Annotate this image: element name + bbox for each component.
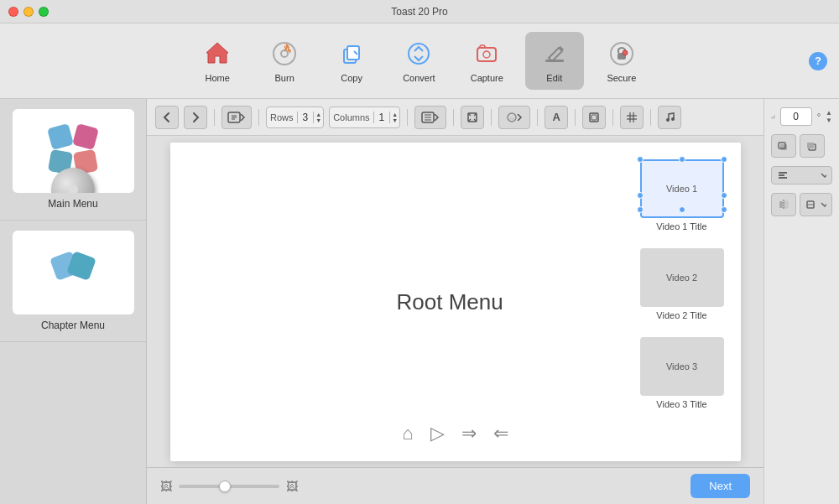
arrange-front-button[interactable] <box>771 134 796 158</box>
separator-5 <box>491 109 492 126</box>
svg-point-7 <box>483 51 490 58</box>
slider-thumb[interactable] <box>219 481 231 492</box>
toolbar-item-capture[interactable]: Capture <box>457 32 517 90</box>
minimize-button[interactable] <box>23 7 34 17</box>
home-label: Home <box>205 73 229 83</box>
forward-button[interactable] <box>184 106 207 129</box>
rows-down-arrow[interactable]: ▼ <box>315 117 321 123</box>
sidebar-item-main-menu[interactable]: Main Menu <box>0 99 146 221</box>
home-icon <box>202 39 232 69</box>
angle-input[interactable] <box>780 107 812 126</box>
main-menu-label: Main Menu <box>48 198 97 210</box>
angle-unit: ° <box>817 112 821 122</box>
edit-label: Edit <box>546 73 562 83</box>
handle-bottom <box>679 206 685 213</box>
video-item-3[interactable]: Video 3 Video 3 Title <box>640 337 724 409</box>
music-button[interactable] <box>658 106 681 129</box>
svg-rect-4 <box>347 46 359 60</box>
sidebar-item-chapter-menu[interactable]: Chapter Menu <box>0 221 146 342</box>
rows-up-arrow[interactable]: ▲ <box>315 112 321 117</box>
help-icon: ? <box>815 55 821 67</box>
align-dropdown[interactable] <box>771 166 832 184</box>
nav-next-icon[interactable]: ⇒ <box>461 423 477 444</box>
chapter-menu-label: Chapter Menu <box>41 320 105 331</box>
rows-arrows[interactable]: ▲ ▼ <box>314 112 323 123</box>
separator-9 <box>650 109 651 126</box>
second-dropdown[interactable] <box>800 193 832 216</box>
video-thumb-3[interactable]: Video 3 <box>640 337 724 396</box>
edit-mode-button[interactable] <box>221 106 252 129</box>
left-sidebar: Main Menu Chapter Menu <box>0 99 147 504</box>
list-view-button[interactable] <box>414 106 446 129</box>
svg-rect-31 <box>779 201 783 208</box>
second-pair <box>771 193 832 216</box>
separator-1 <box>214 109 215 126</box>
svg-point-11 <box>623 50 628 55</box>
resize-button[interactable] <box>461 106 484 129</box>
svg-rect-27 <box>807 143 814 148</box>
toolbar-item-convert[interactable]: Convert <box>389 32 449 90</box>
angle-stepper[interactable]: ▲ ▼ <box>826 109 832 124</box>
svg-rect-28 <box>779 172 787 174</box>
toolbar-item-secure[interactable]: Secure <box>592 32 651 90</box>
nav-up-icon[interactable]: ▷ <box>430 423 445 444</box>
convert-icon <box>404 39 434 69</box>
canvas-nav: ⌂ ▷ ⇒ ⇐ <box>402 423 508 444</box>
toolbar-item-edit[interactable]: Edit <box>525 32 584 90</box>
arrange-back-button[interactable] <box>800 134 825 158</box>
text-button[interactable]: A <box>545 106 568 129</box>
columns-arrows[interactable]: ▲ ▼ <box>390 112 399 123</box>
columns-value: 1 <box>373 112 391 123</box>
toolbar-item-copy[interactable]: Copy <box>322 32 381 90</box>
edit-toolbar: Rows 3 ▲ ▼ Columns 1 ▲ ▼ <box>147 99 763 136</box>
main-menu-thumb <box>13 109 134 193</box>
maximize-button[interactable] <box>39 7 49 17</box>
toolbar-item-home[interactable]: Home <box>188 32 247 90</box>
capture-icon <box>472 39 502 69</box>
angle-up[interactable]: ▲ <box>826 109 832 117</box>
help-button[interactable]: ? <box>809 52 827 70</box>
video-item-1[interactable]: Video 1 Video 1 Title <box>640 159 724 231</box>
separator-2 <box>258 109 259 126</box>
nav-home-icon[interactable]: ⌂ <box>402 423 413 444</box>
video-item-2[interactable]: Video 2 Video 2 Title <box>640 248 724 320</box>
svg-rect-29 <box>779 174 784 176</box>
handle-br <box>721 206 727 213</box>
toolbar-item-burn[interactable]: Burn <box>255 32 314 90</box>
rows-stepper[interactable]: Rows 3 ▲ ▼ <box>266 107 324 128</box>
close-button[interactable] <box>8 7 18 17</box>
next-button[interactable]: Next <box>690 474 750 498</box>
separator-8 <box>612 109 613 126</box>
slider-small-icon: 🖼 <box>160 480 172 493</box>
root-menu-label: Root Menu <box>397 288 503 314</box>
angle-icon <box>771 110 775 123</box>
canvas[interactable]: Root Menu Video 1 <box>170 143 741 461</box>
svg-rect-17 <box>591 115 597 120</box>
safe-area-button[interactable] <box>582 106 606 129</box>
canvas-area: Root Menu Video 1 <box>147 136 763 467</box>
second-dropdown-arrow <box>820 201 826 208</box>
columns-up-arrow[interactable]: ▲ <box>392 112 398 117</box>
grid-button[interactable] <box>620 106 644 129</box>
align-icon <box>777 169 789 181</box>
video-thumb-2[interactable]: Video 2 <box>640 248 724 307</box>
capture-label: Capture <box>471 73 503 83</box>
align-dropdown-arrow <box>820 172 826 179</box>
rows-value: 3 <box>297 112 315 123</box>
flip-h-button[interactable] <box>771 193 796 216</box>
columns-down-arrow[interactable]: ▼ <box>392 117 398 123</box>
nav-prev-icon[interactable]: ⇐ <box>493 423 508 444</box>
zoom-slider[interactable] <box>179 485 279 488</box>
slider-large-icon: 🖼 <box>286 480 298 493</box>
angle-down[interactable]: ▼ <box>826 117 832 124</box>
title-bar: Toast 20 Pro <box>0 0 839 23</box>
handle-bl <box>637 206 644 213</box>
main-area: Main Menu Chapter Menu <box>0 99 839 504</box>
top-toolbar: Home Burn Copy <box>0 23 839 99</box>
color-picker-button[interactable] <box>498 106 530 129</box>
copy-label: Copy <box>341 73 362 83</box>
separator-6 <box>537 109 538 126</box>
app-title: Toast 20 Pro <box>391 6 447 18</box>
columns-stepper[interactable]: Columns 1 ▲ ▼ <box>329 107 400 128</box>
back-button[interactable] <box>155 106 179 129</box>
